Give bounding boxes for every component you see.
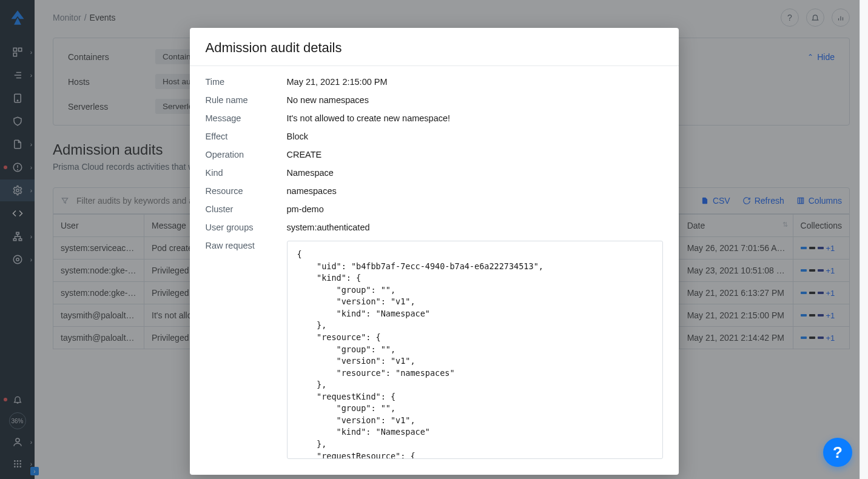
field-rawrequest-label: Raw request [206,241,269,250]
field-resource-value: namespaces [287,186,663,196]
field-message-value: It's not allowed to create new namespace… [287,113,663,123]
raw-request-box[interactable]: { "uid": "b4fbb7af-7ecc-4940-b7a4-e6a222… [287,241,663,459]
field-effect-label: Effect [206,132,269,141]
field-time-value: May 21, 2021 2:15:00 PM [287,77,663,87]
modal-title: Admission audit details [206,40,663,56]
floating-help-button[interactable]: ? [823,438,852,467]
field-operation-label: Operation [206,150,269,159]
field-effect-value: Block [287,132,663,141]
admission-audit-details-modal: Admission audit details Time May 21, 202… [190,28,679,475]
field-message-label: Message [206,113,269,123]
field-rule-value: No new namespaces [287,95,663,105]
field-cluster-label: Cluster [206,204,269,214]
field-time-label: Time [206,77,269,87]
field-usergroups-label: User groups [206,223,269,232]
field-rule-label: Rule name [206,95,269,105]
field-usergroups-value: system:authenticated [287,223,663,232]
field-cluster-value: pm-demo [287,204,663,214]
field-resource-label: Resource [206,186,269,196]
page-scrollbar[interactable] [860,0,868,479]
field-kind-label: Kind [206,168,269,178]
field-operation-value: CREATE [287,150,663,159]
field-kind-value: Namespace [287,168,663,178]
